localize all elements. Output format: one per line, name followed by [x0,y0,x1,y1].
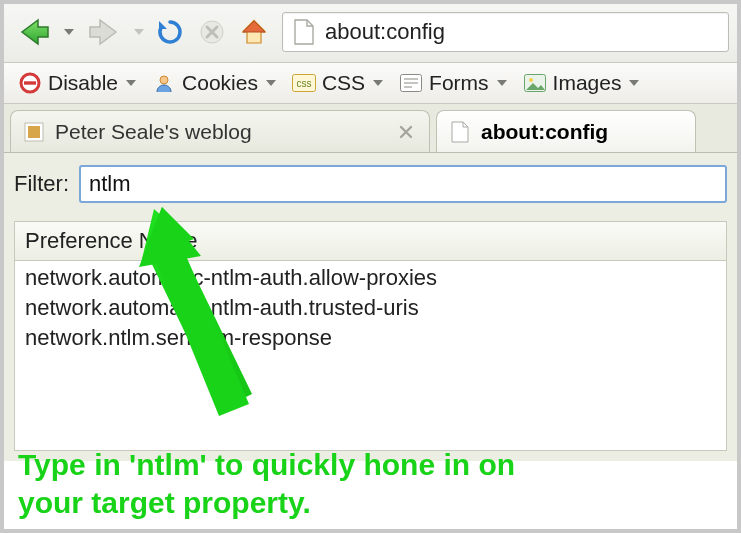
svg-point-11 [529,78,533,82]
svg-text:css: css [296,78,311,89]
tab-strip: Peter Seale's weblog about:config [4,104,737,153]
tab-title: about:config [481,120,608,144]
chevron-down-icon [629,80,639,86]
tab-close-button[interactable] [395,121,417,143]
reload-icon [155,17,185,47]
page-icon [449,121,471,143]
nav-toolbar: about:config [4,4,737,63]
home-button[interactable] [236,14,272,50]
dev-images[interactable]: Images [517,69,646,97]
tab-title: Peter Seale's weblog [55,120,252,144]
dev-css[interactable]: css CSS [286,69,389,97]
dev-label: Disable [48,71,118,95]
pref-list: network.automatic-ntlm-auth.allow-proxie… [15,261,726,355]
images-icon [523,71,547,95]
back-dropdown[interactable] [62,14,76,50]
back-icon [16,14,52,50]
chevron-down-icon [126,80,136,86]
pref-row[interactable]: network.automatic-ntlm-auth.allow-proxie… [21,263,720,293]
forward-dropdown [132,14,146,50]
dev-label: Forms [429,71,489,95]
close-icon [398,124,414,140]
results-panel: Preference Name network.automatic-ntlm-a… [14,221,727,451]
chevron-down-icon [266,80,276,86]
svg-rect-13 [28,126,40,138]
svg-point-3 [160,76,168,84]
forward-button [82,10,126,54]
dev-label: CSS [322,71,365,95]
reload-button[interactable] [152,14,188,50]
annotation-line: your target property. [18,484,515,522]
disable-icon [18,71,42,95]
chevron-down-icon [134,29,144,35]
back-button[interactable] [12,10,56,54]
dev-toolbar: Disable Cookies css CSS Forms Images [4,63,737,104]
filter-input[interactable] [79,165,727,203]
svg-rect-2 [24,81,36,84]
page-icon [293,19,315,45]
tab-weblog[interactable]: Peter Seale's weblog [10,110,430,152]
filter-row: Filter: [14,165,727,203]
chevron-down-icon [64,29,74,35]
dev-label: Cookies [182,71,258,95]
favicon-weblog [23,121,45,143]
forward-icon [86,14,122,50]
tab-aboutconfig[interactable]: about:config [436,110,696,152]
column-header-prefname[interactable]: Preference Name [15,222,726,261]
annotation-text: Type in 'ntlm' to quickly hone in on you… [18,446,515,521]
dev-cookies[interactable]: Cookies [146,69,282,97]
pref-row[interactable]: network.automatic-ntlm-auth.trusted-uris [21,293,720,323]
stop-icon [198,18,226,46]
dev-label: Images [553,71,622,95]
chevron-down-icon [497,80,507,86]
forms-icon [399,71,423,95]
pref-row[interactable]: network.ntlm.send-lm-response [21,323,720,353]
dev-disable[interactable]: Disable [12,69,142,97]
filter-label: Filter: [14,171,69,197]
url-text: about:config [325,19,445,45]
aboutconfig-content: Filter: Preference Name network.automati… [4,153,737,461]
annotation-line: Type in 'ntlm' to quickly hone in on [18,446,515,484]
url-bar[interactable]: about:config [282,12,729,52]
cookies-icon [152,71,176,95]
stop-button [194,14,230,50]
chevron-down-icon [373,80,383,86]
dev-forms[interactable]: Forms [393,69,513,97]
home-icon [239,17,269,47]
css-icon: css [292,71,316,95]
